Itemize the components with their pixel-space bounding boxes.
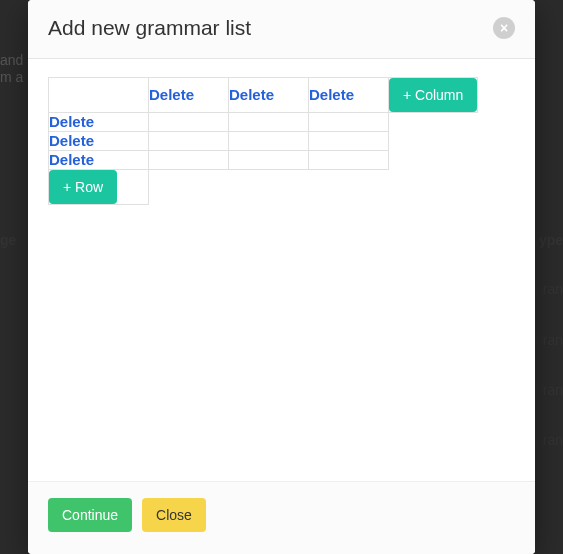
spacer (149, 170, 229, 205)
modal-title: Add new grammar list (48, 16, 251, 40)
grid-cell[interactable] (229, 132, 309, 151)
close-button[interactable]: Close (142, 498, 206, 532)
spacer (389, 113, 478, 132)
modal-body: Delete Delete Delete + Column Delete (28, 59, 535, 481)
modal-header: Add new grammar list × (28, 0, 535, 59)
bg-cell: ran (543, 332, 563, 348)
modal-footer: Continue Close (28, 481, 535, 554)
bg-col-right: ype (539, 232, 563, 248)
grid-cell[interactable] (149, 132, 229, 151)
continue-button[interactable]: Continue (48, 498, 132, 532)
add-row-button[interactable]: + Row (49, 170, 117, 204)
bg-cell: ran (543, 432, 563, 448)
close-icon[interactable]: × (493, 17, 515, 39)
row-header: Delete (49, 113, 149, 132)
add-row-cell: + Row (49, 170, 149, 205)
grid-cell[interactable] (149, 151, 229, 170)
bg-text: m a (0, 69, 23, 85)
delete-column-button[interactable]: Delete (229, 86, 274, 103)
grid-cell[interactable] (309, 151, 389, 170)
row-header: Delete (49, 132, 149, 151)
spacer (309, 170, 389, 205)
grid-row: Delete (49, 113, 478, 132)
grammar-grid: Delete Delete Delete + Column Delete (48, 77, 478, 205)
delete-row-button[interactable]: Delete (49, 151, 94, 168)
spacer (389, 170, 478, 205)
column-header: Delete (309, 78, 389, 113)
bg-cell: ran (543, 382, 563, 398)
add-row-row: + Row (49, 170, 478, 205)
grid-cell[interactable] (309, 132, 389, 151)
column-header: Delete (149, 78, 229, 113)
bg-text: and (0, 52, 23, 68)
spacer (389, 132, 478, 151)
delete-column-button[interactable]: Delete (149, 86, 194, 103)
add-grammar-list-modal: Add new grammar list × Delete Delete Del… (28, 0, 535, 554)
spacer (229, 170, 309, 205)
delete-column-button[interactable]: Delete (309, 86, 354, 103)
grid-cell[interactable] (309, 113, 389, 132)
bg-cell: ran (543, 281, 563, 297)
add-column-cell: + Column (389, 78, 478, 113)
grid-cell[interactable] (149, 113, 229, 132)
delete-row-button[interactable]: Delete (49, 113, 94, 130)
bg-col-left: ge (0, 232, 16, 248)
add-column-button[interactable]: + Column (389, 78, 477, 112)
delete-row-button[interactable]: Delete (49, 132, 94, 149)
column-header: Delete (229, 78, 309, 113)
spacer (389, 151, 478, 170)
grid-cell[interactable] (229, 113, 309, 132)
grid-header-row: Delete Delete Delete + Column (49, 78, 478, 113)
grid-row: Delete (49, 151, 478, 170)
grid-row: Delete (49, 132, 478, 151)
row-header: Delete (49, 151, 149, 170)
grid-cell[interactable] (229, 151, 309, 170)
grid-corner-cell (49, 78, 149, 113)
